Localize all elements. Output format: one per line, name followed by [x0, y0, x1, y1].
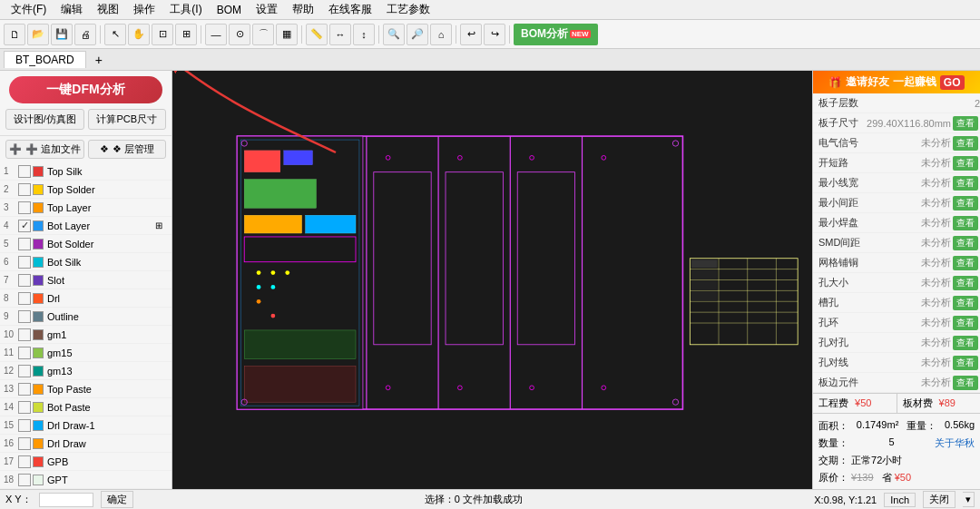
tb-home[interactable]: ⌂ — [430, 24, 452, 45]
tb-via[interactable]: ⊙ — [229, 24, 250, 45]
active-tab[interactable]: BT_BOARD — [4, 51, 86, 68]
layer-checkbox[interactable] — [18, 274, 31, 287]
layer-row[interactable]: 13Top Paste — [0, 380, 172, 398]
rp-query-button[interactable]: 查看 — [953, 376, 978, 390]
menu-bom[interactable]: BOM — [210, 2, 249, 18]
add-tab-button[interactable]: + — [88, 51, 110, 69]
layer-color-swatch — [33, 456, 44, 467]
rp-query-button[interactable]: 查看 — [953, 276, 978, 290]
menu-edit[interactable]: 编辑 — [54, 0, 90, 19]
layer-row[interactable]: 7Slot — [0, 271, 172, 289]
layer-number: 15 — [4, 420, 18, 430]
design-view-button[interactable]: 设计图/仿真图 — [5, 109, 84, 130]
layer-row[interactable]: 14Bot Paste — [0, 398, 172, 416]
dfm-analyze-button[interactable]: 一键DFM分析 — [9, 76, 162, 103]
layer-row[interactable]: 2Top Solder — [0, 181, 172, 199]
layer-checkbox[interactable] — [18, 328, 31, 341]
about-link[interactable]: 关于华秋 — [935, 436, 975, 450]
menu-view[interactable]: 视图 — [90, 0, 126, 19]
layer-checkbox[interactable] — [18, 474, 31, 486]
rp-query-button[interactable]: 查看 — [953, 136, 978, 151]
layer-row[interactable]: 8Drl — [0, 289, 172, 308]
add-file-button[interactable]: ➕ ➕ 追加文件 — [5, 140, 84, 159]
menu-operate[interactable]: 操作 — [126, 0, 162, 19]
layer-row[interactable]: 6Bot Silk — [0, 253, 172, 271]
layer-checkbox[interactable] — [18, 238, 31, 250]
confirm-button[interactable]: 确定 — [101, 491, 133, 508]
tb-grid[interactable]: ⊞ — [175, 24, 197, 45]
menu-file[interactable]: 文件(F) — [4, 0, 54, 19]
tb-open[interactable]: 📂 — [27, 24, 49, 45]
menu-settings[interactable]: 设置 — [249, 0, 285, 19]
layer-row[interactable]: 18GPT — [0, 471, 172, 489]
layer-row[interactable]: 11gm15 — [0, 344, 172, 362]
close-button[interactable]: 关闭 — [923, 491, 956, 508]
menu-tools[interactable]: 工具(I) — [162, 0, 209, 19]
dropdown-arrow[interactable]: ▾ — [963, 492, 975, 507]
rp-query-button[interactable]: 查看 — [953, 336, 978, 350]
layer-checkbox[interactable] — [18, 292, 31, 305]
layer-checkbox[interactable] — [18, 401, 31, 414]
tb-print[interactable]: 🖨 — [74, 24, 96, 45]
rp-query-button[interactable]: 查看 — [953, 296, 978, 310]
rp-query-button[interactable]: 查看 — [953, 156, 978, 171]
layer-checkbox[interactable] — [18, 383, 31, 396]
invite-banner[interactable]: 🎁 邀请好友 一起赚钱 GO — [813, 71, 980, 93]
layer-row[interactable]: 5Bot Solder — [0, 235, 172, 253]
unit-selector[interactable]: Inch — [884, 493, 916, 507]
layer-row[interactable]: 1Top Silk — [0, 162, 172, 181]
rp-query-button[interactable]: 查看 — [953, 196, 978, 210]
tb-route[interactable]: — — [205, 24, 227, 45]
tb-flip-h[interactable]: ↔ — [329, 24, 351, 45]
layer-checkbox[interactable] — [18, 455, 31, 468]
tb-zoom-in[interactable]: 🔍 — [383, 24, 405, 45]
layer-checkbox[interactable] — [18, 256, 31, 269]
layer-checkbox[interactable] — [18, 419, 31, 432]
layer-row[interactable]: 4✓Bot Layer⊞ — [0, 217, 172, 235]
layer-checkbox[interactable] — [18, 365, 31, 377]
calc-pcb-button[interactable]: 计算PCB尺寸 — [88, 109, 167, 130]
layer-row[interactable]: 9Outline — [0, 308, 172, 326]
tb-undo[interactable]: ↩ — [460, 24, 482, 45]
rp-query-button[interactable]: 查看 — [953, 236, 978, 250]
layer-checkbox[interactable] — [18, 201, 31, 214]
menu-process[interactable]: 工艺参数 — [379, 0, 437, 19]
layer-row[interactable]: 3Top Layer — [0, 199, 172, 217]
tb-zoom-out[interactable]: 🔎 — [407, 24, 428, 45]
layer-row[interactable]: 17GPB — [0, 453, 172, 471]
pcb-canvas-area[interactable] — [172, 71, 812, 489]
x-input[interactable] — [39, 493, 93, 507]
tb-save[interactable]: 💾 — [51, 24, 73, 45]
layer-row[interactable]: 12gm13 — [0, 362, 172, 380]
tb-fill[interactable]: ▦ — [276, 24, 298, 45]
rp-query-button[interactable]: 查看 — [953, 216, 978, 230]
layer-checkbox[interactable] — [18, 310, 31, 323]
menu-help[interactable]: 帮助 — [285, 0, 321, 19]
tb-measure[interactable]: 📏 — [306, 24, 328, 45]
rp-query-button[interactable]: 查看 — [953, 176, 978, 191]
layer-checkbox[interactable] — [18, 183, 31, 196]
rp-query-button[interactable]: 查看 — [953, 356, 978, 370]
layer-checkbox[interactable] — [18, 437, 31, 450]
rp-query-button[interactable]: 查看 — [953, 316, 978, 330]
layer-mgmt-button[interactable]: ❖ ❖ 层管理 — [88, 140, 167, 159]
weight-value: 0.56kg — [945, 419, 975, 433]
rp-query-button[interactable]: 查看 — [953, 116, 978, 131]
layer-row[interactable]: 16Drl Draw — [0, 435, 172, 453]
tb-bom-analyze[interactable]: BOM分析 NEW — [514, 24, 598, 45]
layer-checkbox[interactable]: ✓ — [18, 220, 31, 232]
go-button[interactable]: GO — [940, 75, 965, 90]
layer-row[interactable]: 10gm1 — [0, 326, 172, 344]
menu-support[interactable]: 在线客服 — [321, 0, 379, 19]
tb-zoom-fit[interactable]: ⊡ — [152, 24, 173, 45]
tb-new[interactable]: 🗋 — [4, 24, 25, 45]
rp-query-button[interactable]: 查看 — [953, 256, 978, 270]
layer-checkbox[interactable] — [18, 165, 31, 178]
tb-select[interactable]: ↖ — [104, 24, 126, 45]
tb-move[interactable]: ✋ — [128, 24, 150, 45]
layer-row[interactable]: 15Drl Draw-1 — [0, 416, 172, 435]
layer-checkbox[interactable] — [18, 347, 31, 359]
tb-redo[interactable]: ↪ — [484, 24, 505, 45]
tb-arc[interactable]: ⌒ — [252, 24, 274, 45]
tb-flip-v[interactable]: ↕ — [353, 24, 375, 45]
